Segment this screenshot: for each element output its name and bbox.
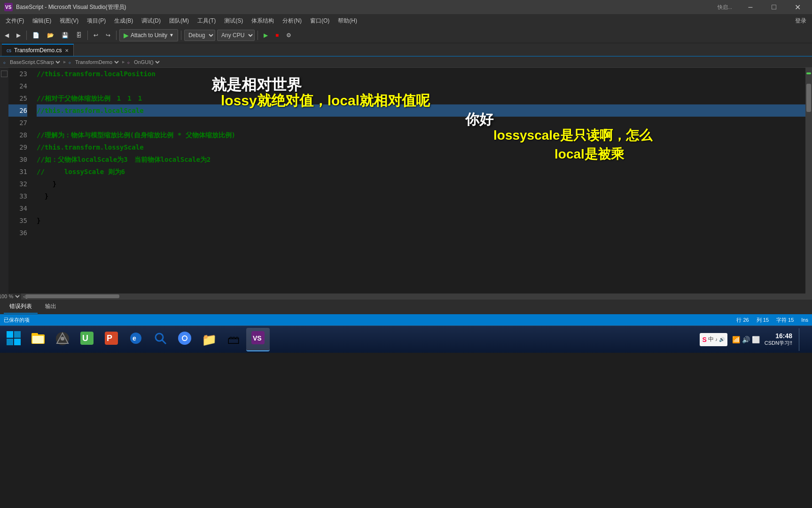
menu-tools[interactable]: 工具(T) (194, 16, 219, 26)
bottom-tab-bar: 错误列表 输出 (0, 299, 812, 314)
taskbar-unity1[interactable] (51, 328, 74, 351)
menu-analyze[interactable]: 分析(N) (279, 16, 305, 26)
tab-close-button[interactable]: ✕ (65, 48, 69, 53)
status-col: 列 15 (757, 317, 769, 324)
settings-button[interactable]: ⚙ (283, 29, 294, 41)
scroll-thumb[interactable] (806, 84, 811, 112)
code-line-30: //如：父物体localScale为3 当前物体localScale为2 (37, 153, 805, 166)
attach-dropdown-icon[interactable]: ▼ (169, 32, 174, 38)
new-file-button[interactable]: 📄 (30, 29, 42, 41)
menu-arch[interactable]: 体系结构 (248, 16, 278, 26)
menu-debug[interactable]: 调试(D) (138, 16, 164, 26)
forward-button[interactable]: ▶ (14, 29, 23, 41)
bottom-tab-errors[interactable]: 错误列表 (4, 301, 38, 314)
line-num-27: 27 (8, 117, 27, 129)
taskbar-explorer[interactable] (26, 328, 50, 351)
taskbar-folder[interactable]: 📁 (197, 328, 221, 351)
menu-project[interactable]: 项目(P) (83, 16, 109, 26)
svg-point-11 (61, 337, 64, 341)
scroll-indicator (806, 72, 811, 74)
code-line-29: //this.transform.lossyScale (37, 141, 805, 153)
attach-to-unity-button[interactable]: ▶ Attach to Unity ▼ (119, 29, 178, 41)
sogou-icons: ♪ 🔊 (715, 337, 725, 342)
h-scroll-thumb[interactable] (25, 294, 119, 298)
bottom-tab-output[interactable]: 输出 (39, 301, 62, 314)
svg-text:e: e (133, 334, 136, 342)
taskbar-unity2[interactable]: U (75, 328, 99, 351)
taskbar-chrome[interactable] (173, 328, 196, 351)
taskbar-ie[interactable]: e (124, 328, 148, 351)
code-line-35: } (37, 214, 805, 227)
quick-search-label: 快启... (718, 4, 732, 11)
maximize-button[interactable]: □ (763, 0, 785, 14)
cpu-config-select[interactable]: Any CPU (217, 30, 255, 41)
code-line-24 (37, 80, 805, 92)
close-button[interactable]: ✕ (787, 0, 808, 14)
svg-point-22 (183, 336, 187, 340)
code-content[interactable]: //this.transform.localPosition //相对于父物体缩… (32, 68, 805, 294)
menu-test[interactable]: 测试(S) (220, 16, 247, 26)
breadcrumb-icon2: ⬦ (68, 59, 71, 65)
svg-rect-3 (14, 331, 21, 338)
svg-text:VS: VS (253, 334, 262, 342)
line-num-33: 33 (8, 190, 27, 202)
taskbar: U P e (0, 325, 812, 353)
taskbar-powerpoint[interactable]: P (100, 328, 123, 351)
line-num-23: 23 (8, 68, 27, 80)
separator-1 (26, 31, 27, 40)
breadcrumb-bar: ⬦ BaseScript.CSharp ▸ ⬦ TransformDemo ▸ … (0, 56, 812, 68)
menu-team[interactable]: 团队(M) (165, 16, 193, 26)
start-button[interactable] (2, 328, 25, 351)
tab-transformdemo[interactable]: cs TransformDemo.cs ✕ (2, 44, 74, 56)
breadcrumb-namespace-select[interactable]: BaseScript.CSharp (8, 57, 62, 67)
menu-view[interactable]: 视图(V) (56, 16, 82, 26)
sogou-mode-icon[interactable]: 中 (708, 335, 714, 343)
minimize-button[interactable]: – (740, 0, 761, 14)
line-num-29: 29 (8, 141, 27, 153)
line-num-28: 28 (8, 129, 27, 141)
separator-3 (116, 31, 117, 40)
save-button[interactable]: 💾 (59, 29, 71, 41)
menu-login[interactable]: 登录 (791, 16, 810, 26)
separator-5 (258, 31, 258, 40)
save-all-button[interactable]: 🗄 (73, 29, 85, 41)
breadcrumb-class-select[interactable]: TransformDemo (73, 57, 120, 67)
menu-help[interactable]: 帮助(H) (334, 16, 361, 26)
menu-build[interactable]: 生成(B) (110, 16, 137, 26)
svg-rect-7 (31, 333, 38, 335)
start-icon (6, 331, 21, 348)
line-num-25: 25 (8, 92, 27, 104)
code-line-31: // lossyScale 则为6 (37, 166, 805, 178)
tab-icon: cs (7, 48, 11, 53)
sogou-toolbar: S 中 ♪ 🔊 (700, 333, 727, 346)
menu-bar: 文件(F) 编辑(E) 视图(V) 项目(P) 生成(B) 调试(D) 团队(M… (0, 14, 812, 27)
taskbar-visual-studio[interactable]: VS (246, 328, 270, 351)
menu-file[interactable]: 文件(F) (2, 16, 28, 26)
svg-text:P: P (107, 333, 112, 343)
network-icon: 📶 (732, 336, 740, 343)
back-button[interactable]: ◀ (2, 29, 12, 41)
debug-config-select[interactable]: Debug (184, 30, 215, 41)
menu-window[interactable]: 窗口(O) (306, 16, 333, 26)
undo-button[interactable]: ↩ (91, 29, 101, 41)
stop-button[interactable]: ■ (273, 29, 281, 41)
redo-button[interactable]: ↪ (103, 29, 113, 41)
run-button[interactable]: ▶ (261, 29, 271, 41)
clock-time: 16:48 (765, 332, 792, 340)
breadcrumb-icon: ⬦ (3, 59, 6, 65)
line-num-24: 24 (8, 80, 27, 92)
breadcrumb-method-select[interactable]: OnGUI() (132, 57, 161, 67)
svg-rect-4 (7, 339, 13, 345)
code-line-23: //this.transform.localPosition (37, 68, 805, 80)
open-button[interactable]: 📂 (44, 29, 57, 41)
horizontal-scrollbar[interactable]: 100 % ◁ (0, 294, 812, 299)
taskbar-search[interactable] (148, 328, 172, 351)
editor-area: 23 24 25 26 27 28 29 30 31 32 33 34 35 3… (0, 68, 812, 294)
taskbar-files[interactable]: 🗃 (222, 328, 245, 351)
clock-date: CSDN学习!! (765, 340, 792, 347)
breakpoint-area[interactable] (1, 71, 8, 77)
code-line-25: //相对于父物体缩放比例 1 1 1 (37, 92, 805, 104)
menu-edit[interactable]: 编辑(E) (29, 16, 55, 26)
show-desktop-button[interactable] (799, 328, 808, 351)
vertical-scrollbar[interactable] (805, 68, 812, 294)
